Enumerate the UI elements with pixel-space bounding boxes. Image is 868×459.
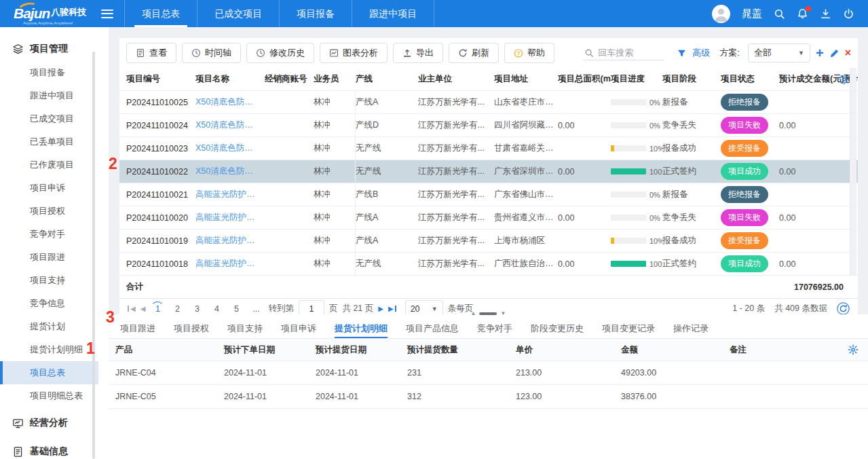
detail-table-row[interactable]: JRNE-C042024-11-012024-11-01231213.00492… (109, 361, 868, 385)
column-header-area[interactable]: 项目总面积(m²) (558, 73, 611, 85)
nav-tab-2[interactable]: 已成交项目 (197, 0, 279, 27)
table-row[interactable]: P202411010019高能蓝光防护镜片采购...林冲产线A江苏万新光学有..… (119, 230, 858, 253)
column-header-dealer[interactable]: 经销商账号 (265, 73, 314, 85)
table-row[interactable]: P202411010020高能蓝光防护镜片采购...林冲产线A江苏万新光学有..… (119, 206, 858, 230)
last-page-button[interactable]: ▶ (388, 305, 396, 312)
cell-id: P202411010019 (126, 236, 195, 246)
导出-button[interactable]: 导出 (393, 43, 443, 63)
cell-address: 四川省阿坝藏族... (494, 120, 558, 131)
column-header-name[interactable]: 项目名称 (195, 73, 265, 85)
app-logo[interactable]: Bajun 八骏科技 Anyone,Anytime,Anywhere! (0, 0, 96, 27)
scheme-select[interactable]: 全部 ▼ (748, 43, 810, 62)
power-icon[interactable] (843, 8, 854, 20)
bell-icon[interactable] (797, 8, 808, 20)
cell-name[interactable]: X50清底色防蓝光镜片... (195, 143, 265, 154)
add-scheme-icon[interactable]: + (816, 48, 824, 58)
detail-column-header-单价[interactable]: 单价 (516, 344, 621, 356)
detail-tab-项目跟进[interactable]: 项目跟进 (120, 323, 155, 338)
detail-tab-阶段变更历史[interactable]: 阶段变更历史 (531, 323, 584, 338)
table-row[interactable]: P202411010024X50清底色防蓝光镜片...林冲产线D江苏万新光学有.… (119, 114, 858, 137)
刷新-button[interactable]: 刷新 (449, 43, 499, 63)
column-header-id[interactable]: 项目编号 (126, 73, 195, 85)
panel-splitter-handle[interactable]: ▲▼ (471, 310, 506, 316)
delete-scheme-icon[interactable]: × (845, 47, 851, 59)
download-icon[interactable] (820, 8, 831, 20)
cell-area: 0.00 (558, 259, 611, 269)
sidebar-item-项目总表[interactable]: 项目总表 (0, 361, 98, 384)
table-row[interactable]: P202411010025X50清底色防蓝光镜片...林冲产线A江苏万新光学有.… (119, 91, 858, 114)
column-settings-gear-icon[interactable] (839, 74, 850, 85)
username[interactable]: 晁盖 (742, 7, 762, 20)
图表分析-button[interactable]: 图表分析 (320, 43, 388, 63)
cell-stage: 竞争丢失 (662, 120, 721, 131)
table-row[interactable]: P202411010022X50清底色防蓝光镜片...林冲无产线江苏万新光学有.… (119, 160, 858, 183)
column-header-salesman[interactable]: 业务员 (314, 73, 356, 85)
detail-tab-项目支持[interactable]: 项目支持 (227, 323, 263, 338)
detail-column-header-预计提货日期[interactable]: 预计提货日期 (316, 344, 407, 356)
column-header-progress[interactable]: 项目进度 (611, 73, 662, 85)
cell-salesman: 林冲 (314, 91, 356, 113)
detail-table-row[interactable]: JRNE-C052024-11-012024-11-01312123.00383… (109, 385, 868, 409)
edit-scheme-icon[interactable] (829, 48, 839, 58)
帮助-button[interactable]: ?帮助 (504, 43, 554, 63)
cell-stage: 竞争丢失 (662, 212, 721, 223)
时间轴-button[interactable]: 时间轴 (182, 43, 241, 63)
detail-tab-操作记录[interactable]: 操作记录 (673, 323, 709, 338)
detail-tab-项目申诉[interactable]: 项目申诉 (281, 323, 316, 338)
detail-column-header-预计提货数量[interactable]: 预计提货数量 (407, 344, 516, 356)
table-vertical-scrollbar[interactable] (850, 68, 856, 275)
filter-funnel-icon[interactable] (677, 48, 687, 58)
cell-name[interactable]: X50清底色防蓝光镜片... (195, 120, 265, 131)
cell-name[interactable]: 高能蓝光防护镜片采购... (195, 189, 265, 200)
detail-tab-项目授权[interactable]: 项目授权 (174, 323, 209, 338)
search-input[interactable] (598, 48, 663, 58)
logo-text-cn: 八骏科技 (51, 6, 86, 18)
detail-column-settings-gear-icon[interactable] (848, 344, 858, 355)
table-row[interactable]: P202411010023X50清底色防蓝光镜片...林冲无产线江苏万新光学有.… (119, 137, 858, 160)
cell-name[interactable]: X50清底色防蓝光镜片... (195, 96, 265, 108)
detail-tab-提货计划明细[interactable]: 提货计划明细 (335, 323, 388, 338)
detail-column-header-预计下单日期[interactable]: 预计下单日期 (224, 344, 316, 356)
progress-bar (611, 168, 646, 175)
next-page-button[interactable]: ▶ (378, 305, 383, 312)
refresh-data-icon[interactable] (837, 302, 850, 315)
menu-toggle-icon[interactable] (101, 10, 113, 18)
column-header-owner[interactable]: 业主单位 (418, 73, 494, 85)
cell-progress: 10% (611, 145, 662, 153)
search-icon[interactable] (774, 8, 785, 20)
cell-name[interactable]: 高能蓝光防护镜片采购... (195, 235, 265, 246)
cell-id: P202411010023 (126, 144, 195, 153)
column-header-amount[interactable]: 预计成交金额(元) (779, 73, 845, 85)
prev-page-button[interactable]: ◀ (140, 305, 146, 312)
collapse-up-icon[interactable]: ▲ (471, 310, 476, 316)
column-header-stage[interactable]: 项目阶段 (662, 73, 721, 85)
collapse-down-icon[interactable]: ▼ (501, 310, 506, 316)
cell-name[interactable]: 高能蓝光防护镜片采购... (195, 212, 265, 223)
cell-name[interactable]: X50清底色防蓝光镜片... (195, 166, 265, 177)
detail-tab-项目产品信息[interactable]: 项目产品信息 (406, 323, 459, 338)
column-header-status[interactable]: 项目状态 (721, 73, 779, 85)
修改历史-button[interactable]: 修改历史 (246, 43, 314, 63)
cell-status: 项目成功 (721, 163, 779, 180)
cell-name[interactable]: 高能蓝光防护镜片采购... (195, 258, 265, 270)
first-page-button[interactable]: ◀ (128, 305, 136, 312)
nav-tab-3[interactable]: 项目报备 (279, 0, 352, 27)
nav-tab-4[interactable]: 跟进中项目 (352, 0, 434, 27)
detail-column-header-金额[interactable]: 金额 (621, 344, 730, 356)
table-row[interactable]: P202411010018高能蓝光防护镜片采购...林冲无产线江苏万新光学有..… (119, 253, 858, 276)
nav-tab-1[interactable]: 项目总表 (124, 0, 197, 27)
advanced-filter-link[interactable]: 高级 (692, 47, 710, 59)
column-header-address[interactable]: 项目地址 (494, 73, 558, 85)
sidebar-scrollbar[interactable] (92, 52, 95, 459)
progress-fill (611, 261, 646, 267)
progress-label: 0% (649, 98, 660, 107)
查看-button[interactable]: 查看 (126, 43, 176, 63)
avatar[interactable] (712, 5, 730, 23)
cell-status: 拒绝报备 (721, 94, 779, 111)
column-header-line[interactable]: 产线 (356, 73, 418, 85)
table-row[interactable]: P202411010021高能蓝光防护镜片采购...林冲产线B江苏万新光学有..… (119, 183, 858, 206)
detail-column-header-产品[interactable]: 产品 (115, 344, 224, 356)
detail-tab-项目变更记录[interactable]: 项目变更记录 (602, 323, 655, 338)
cell-line: 产线D (356, 120, 418, 131)
detail-tab-竞争对手[interactable]: 竞争对手 (477, 323, 512, 338)
